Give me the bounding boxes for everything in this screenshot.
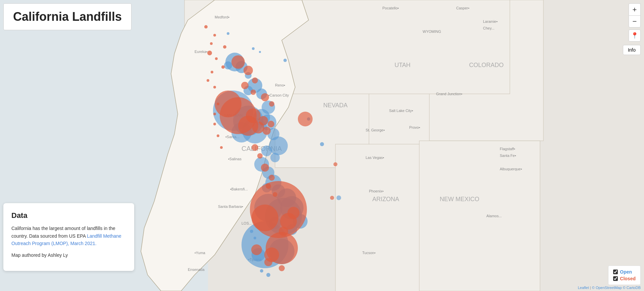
author-text: Map authored by Ashley Ly: [11, 251, 126, 259]
svg-text:ARIZONA: ARIZONA: [372, 196, 399, 202]
info-button[interactable]: Info: [623, 45, 641, 55]
svg-text:Grand Junction•: Grand Junction•: [436, 92, 463, 96]
svg-point-106: [246, 108, 261, 123]
svg-text:Alamos...: Alamos...: [486, 214, 502, 218]
svg-point-137: [279, 265, 285, 271]
svg-text:Salt Lake City•: Salt Lake City•: [389, 109, 413, 113]
svg-point-82: [320, 142, 324, 146]
zoom-controls: + −: [629, 3, 641, 27]
svg-text:LOS...: LOS...: [241, 221, 252, 225]
data-card: Data California has the largest amount o…: [3, 203, 134, 271]
svg-point-110: [268, 121, 274, 127]
svg-rect-8: [275, 0, 510, 94]
svg-text:Pocatello•: Pocatello•: [382, 6, 399, 10]
svg-point-92: [207, 51, 212, 55]
legend-checkbox-open[interactable]: [613, 270, 618, 274]
svg-point-118: [252, 205, 278, 231]
svg-point-109: [263, 127, 271, 135]
svg-text:Albuquerque•: Albuquerque•: [500, 167, 522, 171]
svg-text:Tucson•: Tucson•: [362, 251, 376, 255]
svg-text:St. George•: St. George•: [366, 128, 385, 132]
svg-point-135: [251, 244, 262, 255]
svg-point-134: [333, 162, 337, 166]
svg-text:•Carson City: •Carson City: [268, 93, 289, 97]
legend-checkbox-closed[interactable]: [613, 276, 618, 281]
svg-point-94: [215, 57, 218, 60]
svg-point-60: [269, 136, 288, 155]
zoom-in-button[interactable]: +: [629, 3, 641, 15]
svg-point-98: [252, 77, 258, 83]
svg-point-86: [260, 269, 263, 273]
svg-point-87: [266, 273, 270, 277]
title-card: California Landfills: [3, 3, 131, 30]
svg-point-130: [217, 134, 219, 137]
svg-text:Reno•: Reno•: [275, 83, 285, 87]
svg-text:Phoenix•: Phoenix•: [369, 189, 384, 193]
svg-point-114: [269, 175, 275, 181]
attribution: Leaflet | © OpenStreetMap © CartoDB: [578, 286, 641, 290]
svg-point-111: [252, 144, 258, 151]
svg-point-62: [270, 153, 280, 162]
location-button[interactable]: 📍: [629, 30, 641, 42]
svg-point-84: [250, 230, 253, 233]
svg-text:Santa Barbara•: Santa Barbara•: [218, 205, 243, 209]
svg-point-102: [269, 101, 274, 107]
svg-point-124: [211, 71, 213, 73]
svg-text:Casper•: Casper•: [456, 6, 469, 10]
svg-text:Santa Fe•: Santa Fe•: [500, 154, 516, 158]
svg-point-131: [220, 146, 223, 149]
svg-point-80: [283, 59, 287, 62]
svg-point-93: [223, 45, 226, 49]
svg-rect-6: [419, 141, 540, 291]
svg-text:Medford•: Medford•: [215, 15, 229, 19]
svg-point-128: [213, 113, 216, 115]
svg-point-97: [244, 66, 253, 75]
svg-text:Ensenada: Ensenada: [188, 268, 205, 272]
leaflet-link[interactable]: Leaflet: [578, 286, 589, 290]
zoom-out-button[interactable]: −: [629, 15, 641, 27]
svg-point-47: [224, 61, 232, 69]
osm-link[interactable]: © OpenStreetMap: [592, 286, 622, 290]
legend-label-closed: Closed: [620, 276, 636, 281]
svg-point-113: [261, 164, 269, 172]
legend: Open Closed: [608, 266, 641, 285]
svg-point-133: [330, 196, 334, 200]
svg-point-127: [217, 103, 219, 105]
legend-item-closed: Closed: [613, 276, 636, 281]
svg-point-108: [259, 116, 268, 125]
author-prefix: Map authored by: [11, 252, 48, 258]
svg-point-129: [213, 123, 216, 125]
svg-text:NEW MEXICO: NEW MEXICO: [440, 196, 479, 202]
legend-item-open: Open: [613, 269, 636, 275]
legend-label-open: Open: [620, 269, 632, 275]
svg-point-112: [257, 153, 263, 159]
svg-point-78: [252, 47, 255, 50]
map-container[interactable]: NEVADA UTAH COLORADO ARIZONA NEW MEXICO …: [0, 0, 644, 291]
svg-point-100: [251, 90, 256, 95]
svg-text:Provo•: Provo•: [409, 125, 420, 129]
location-icon: 📍: [631, 32, 638, 39]
svg-text:Eureka•: Eureka•: [195, 50, 208, 54]
svg-point-96: [231, 55, 245, 69]
map-title: California Landfills: [13, 10, 122, 24]
svg-point-88: [336, 195, 341, 200]
svg-point-99: [241, 82, 249, 89]
cartodb-link[interactable]: © CartoDB: [623, 286, 641, 290]
svg-point-79: [259, 51, 261, 53]
svg-point-125: [207, 79, 209, 82]
svg-point-85: [254, 237, 256, 239]
svg-point-95: [221, 65, 225, 69]
svg-text:COLORADO: COLORADO: [469, 62, 503, 68]
svg-text:Las Vegas•: Las Vegas•: [366, 156, 384, 160]
svg-point-120: [287, 207, 300, 219]
svg-point-90: [213, 34, 216, 37]
svg-point-126: [213, 86, 216, 89]
svg-text:UTAH: UTAH: [394, 62, 411, 68]
svg-point-101: [261, 93, 269, 101]
author-name: Ashley Ly: [48, 252, 68, 258]
svg-text:Flagstaff•: Flagstaff•: [500, 147, 515, 151]
data-heading: Data: [11, 211, 126, 220]
svg-text:WYOMING: WYOMING: [423, 30, 441, 34]
svg-text:NEVADA: NEVADA: [323, 102, 348, 109]
svg-point-89: [204, 25, 208, 28]
